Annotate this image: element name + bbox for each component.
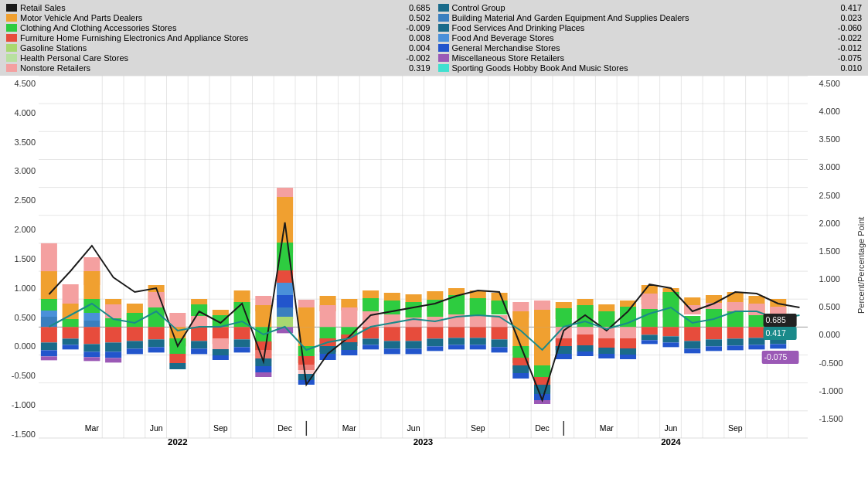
svg-rect-145 bbox=[341, 307, 357, 327]
svg-rect-228 bbox=[620, 338, 636, 348]
svg-rect-158 bbox=[384, 314, 400, 327]
legend-label-nonstore: Nonstore Retailers bbox=[20, 63, 401, 73]
legend-color-gasoline bbox=[6, 44, 17, 52]
svg-rect-248 bbox=[684, 348, 700, 353]
legend-color-motor-vehicle bbox=[6, 14, 17, 22]
svg-rect-191 bbox=[492, 347, 508, 352]
legend-color-health bbox=[6, 54, 17, 62]
svg-rect-222 bbox=[598, 338, 614, 348]
svg-rect-193 bbox=[512, 311, 529, 327]
legend-label-clothing: Clothing And Clothing Accessories Stores bbox=[20, 23, 398, 32]
bar-oct2023 bbox=[492, 293, 508, 352]
svg-rect-259 bbox=[727, 338, 744, 345]
x-year-2023: 2023 bbox=[414, 437, 434, 447]
bar-oct2024 bbox=[748, 296, 764, 349]
svg-rect-177 bbox=[448, 327, 465, 338]
svg-rect-153 bbox=[363, 327, 379, 338]
svg-rect-236 bbox=[642, 340, 658, 344]
svg-rect-247 bbox=[684, 341, 700, 348]
legend-color-food-beverage bbox=[438, 34, 449, 42]
y-axis-left: 4.500 4.000 3.500 3.000 2.500 2.000 1.50… bbox=[0, 76, 39, 454]
svg-rect-181 bbox=[470, 298, 486, 315]
svg-rect-260 bbox=[727, 345, 744, 350]
svg-rect-101 bbox=[191, 348, 207, 354]
x-tick-sep2022: Sep bbox=[213, 423, 228, 433]
svg-rect-69 bbox=[83, 344, 100, 351]
svg-rect-172 bbox=[427, 338, 443, 346]
svg-rect-120 bbox=[255, 372, 271, 377]
svg-rect-59 bbox=[63, 319, 79, 327]
svg-rect-70 bbox=[83, 351, 100, 357]
legend-item-building-material: Building Material And Garden Equipment A… bbox=[438, 13, 863, 22]
legend-value-motor-vehicle: 0.502 bbox=[404, 13, 431, 22]
legend-color-misc bbox=[438, 54, 449, 62]
bar-mar2022 bbox=[83, 257, 100, 361]
svg-rect-111 bbox=[234, 339, 250, 347]
chart-container: Retail Sales 0.685 Control Group 0.417 M… bbox=[0, 0, 868, 489]
svg-rect-50 bbox=[41, 299, 57, 311]
svg-rect-57 bbox=[63, 284, 79, 304]
svg-rect-198 bbox=[512, 373, 529, 379]
svg-rect-83 bbox=[127, 341, 143, 348]
svg-rect-230 bbox=[620, 355, 636, 359]
bar-nov2023 bbox=[512, 302, 529, 379]
svg-rect-88 bbox=[148, 327, 165, 339]
svg-rect-241 bbox=[662, 336, 679, 342]
legend-value-misc: -0.075 bbox=[833, 53, 862, 63]
bar-feb2024 bbox=[577, 299, 594, 356]
svg-rect-62 bbox=[63, 345, 79, 349]
legend-item-clothing: Clothing And Clothing Accessories Stores… bbox=[6, 23, 431, 32]
svg-rect-90 bbox=[148, 347, 165, 352]
x-axis: Mar Jun Sep Dec Mar Jun Sep Dec Mar Jun … bbox=[39, 420, 808, 453]
svg-rect-155 bbox=[363, 345, 379, 349]
svg-rect-52 bbox=[41, 317, 57, 327]
y-axis-right: 4.500 4.000 3.500 3.000 2.500 2.000 1.50… bbox=[815, 76, 846, 439]
y-axis-right-container: 4.500 4.000 3.500 3.000 2.500 2.000 1.50… bbox=[808, 76, 854, 454]
legend-item-nonstore: Nonstore Retailers 0.319 bbox=[6, 63, 431, 73]
svg-rect-253 bbox=[706, 339, 722, 346]
legend-item-retail-sales: Retail Sales 0.685 bbox=[6, 3, 431, 12]
svg-rect-67 bbox=[83, 321, 100, 327]
bar-jan2022 bbox=[41, 243, 57, 360]
tooltip-retail-sales: 0.685 bbox=[765, 315, 785, 324]
svg-rect-179 bbox=[448, 345, 465, 349]
svg-rect-229 bbox=[620, 348, 636, 355]
svg-rect-66 bbox=[83, 313, 100, 321]
bar-sep2024 bbox=[727, 292, 744, 350]
svg-rect-160 bbox=[384, 341, 400, 348]
bar-may2024 bbox=[642, 285, 658, 344]
legend-color-retail-sales bbox=[6, 4, 17, 12]
legend-color-nonstore bbox=[6, 64, 17, 72]
y-axis-label: Percent/Percentage Point bbox=[854, 76, 868, 454]
svg-rect-159 bbox=[384, 327, 400, 341]
svg-rect-223 bbox=[598, 348, 614, 354]
svg-rect-272 bbox=[770, 344, 786, 348]
bar-feb2022 bbox=[63, 284, 79, 349]
legend-item-food-beverage: Food And Beverage Stores -0.022 bbox=[438, 33, 863, 42]
svg-rect-258 bbox=[727, 327, 744, 338]
legend-item-motor-vehicle: Motor Vehicle And Parts Dealers 0.502 bbox=[6, 13, 431, 22]
legend-item-misc: Miscellaneous Store Retailers -0.075 bbox=[438, 53, 863, 63]
x-year-2024: 2024 bbox=[661, 437, 681, 447]
legend-value-health: -0.002 bbox=[401, 53, 430, 63]
x-tick-mar2024: Mar bbox=[600, 423, 614, 433]
svg-rect-135 bbox=[298, 365, 315, 374]
legend-label-retail-sales: Retail Sales bbox=[20, 3, 401, 12]
x-axis-svg: Mar Jun Sep Dec Mar Jun Sep Dec Mar Jun … bbox=[39, 420, 808, 453]
legend-item-gasoline: Gasoline Stations 0.004 bbox=[6, 43, 431, 53]
x-tick-jun2022: Jun bbox=[150, 423, 163, 433]
x-tick-jun2023: Jun bbox=[407, 423, 420, 433]
svg-rect-106 bbox=[213, 349, 229, 355]
svg-rect-73 bbox=[105, 304, 121, 318]
x-tick-dec2023: Dec bbox=[535, 423, 550, 433]
legend-color-building-material bbox=[438, 14, 449, 22]
legend-label-sporting: Sporting Goods Hobby Book And Music Stor… bbox=[452, 63, 833, 73]
svg-rect-51 bbox=[41, 311, 57, 317]
legend-color-general-merchandise bbox=[438, 44, 449, 52]
legend-item-control-group: Control Group 0.417 bbox=[438, 3, 863, 12]
legend-item-sporting: Sporting Goods Hobby Book And Music Stor… bbox=[438, 63, 863, 73]
svg-rect-254 bbox=[706, 346, 722, 351]
legend-label-furniture: Furniture Home Furnishing Electronics An… bbox=[20, 33, 401, 42]
legend-item-general-merchandise: General Merchandise Stores -0.012 bbox=[438, 43, 863, 53]
x-tick-dec2022: Dec bbox=[277, 423, 292, 433]
